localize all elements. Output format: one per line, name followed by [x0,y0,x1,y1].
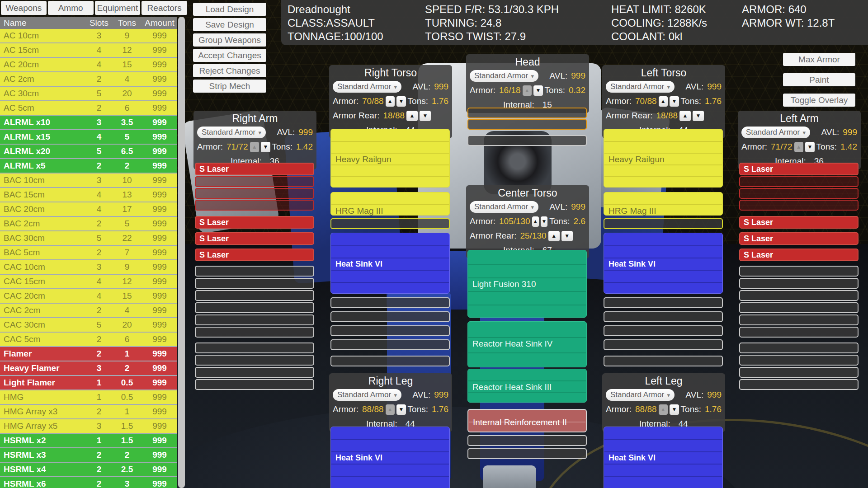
weapon-row-hsrml-x6[interactable]: HSRML x623999 [0,477,177,488]
armor-decrease-button[interactable]: ▼ [561,231,573,241]
armor-decrease-button[interactable]: ▼ [420,111,431,121]
strip-mech-button[interactable]: Strip Mech [193,80,266,93]
empty-slot[interactable] [330,356,450,366]
weapon-row-bac-15cm[interactable]: BAC 15cm413999 [0,188,177,202]
equipment-heat-sink-vi[interactable]: Heat Sink VI [604,427,723,488]
weapon-row-ac-20cm[interactable]: AC 20cm415999 [0,58,177,72]
empty-slot[interactable] [330,339,450,350]
empty-slot[interactable] [739,200,859,211]
weapon-row-cac-5cm[interactable]: CAC 5cm26999 [0,333,177,347]
equipment-s-laser[interactable]: S Laser [195,249,314,261]
weapon-row-hmg-array-x5[interactable]: HMG Array x531.5999 [0,419,177,434]
armor-type-dropdown[interactable]: Standard Armor▾ [470,70,538,82]
weapon-row-bac-30cm[interactable]: BAC 30cm522999 [0,231,177,246]
empty-slot[interactable] [330,218,450,229]
armor-increase-button[interactable]: ▲ [532,216,539,227]
armor-increase-button[interactable]: ▲ [548,231,560,241]
empty-slot[interactable] [739,314,859,325]
armor-increase-button[interactable]: ▲ [659,96,668,107]
weapon-row-bac-5cm[interactable]: BAC 5cm27999 [0,246,177,260]
weapon-row-alrml-x10[interactable]: ALRML x1033.5999 [0,116,177,130]
empty-slot[interactable] [739,327,859,338]
armor-decrease-button[interactable]: ▼ [693,111,704,121]
empty-slot[interactable] [330,297,450,308]
equipment-s-laser[interactable]: S Laser [739,232,859,245]
empty-slot[interactable] [467,448,587,459]
empty-slot[interactable] [195,278,314,289]
empty-slot[interactable] [195,188,314,199]
empty-slot[interactable] [739,290,859,301]
empty-slot[interactable] [604,339,723,350]
empty-slot[interactable] [604,325,723,336]
empty-slot[interactable] [739,355,859,366]
equipment-reactor-heat-sink-iii[interactable]: Reactor Heat Sink III [467,369,587,403]
weapon-row-hsrml-x2[interactable]: HSRML x211.5999 [0,434,177,448]
weapon-row-alrml-x5[interactable]: ALRML x522999 [0,159,177,174]
equipment-heat-sink-vi[interactable]: Heat Sink VI [330,427,450,488]
armor-increase-button[interactable]: ▲ [386,96,395,107]
weapon-row-cac-2cm[interactable]: CAC 2cm24999 [0,304,177,318]
weapon-row-alrml-x20[interactable]: ALRML x2056.5999 [0,145,177,159]
tab-ammo[interactable]: Ammo [48,1,94,15]
empty-slot[interactable] [739,188,859,199]
weapon-row-heavy-flamer[interactable]: Heavy Flamer32999 [0,361,177,376]
equipment-light-fusion-310[interactable]: Light Fusion 310 [467,250,587,318]
armor-decrease-button[interactable]: ▼ [670,96,679,107]
armor-decrease-button[interactable]: ▼ [261,142,270,152]
empty-slot[interactable] [604,356,723,366]
equipment-s-laser[interactable]: S Laser [195,216,314,229]
empty-slot[interactable] [195,314,314,325]
armor-decrease-button[interactable]: ▼ [533,85,543,96]
armor-increase-button[interactable]: ▲ [386,404,395,415]
accept-changes-button[interactable]: Accept Changes [193,49,266,62]
armor-increase-button[interactable]: ▲ [679,111,691,121]
empty-slot[interactable] [195,379,314,390]
weapon-row-cac-20cm[interactable]: CAC 20cm415999 [0,289,177,304]
empty-slot[interactable] [467,135,587,146]
armor-increase-button[interactable]: ▲ [406,111,418,121]
empty-slot[interactable] [195,327,314,338]
equipment-reactor-heat-sink-iv[interactable]: Reactor Heat Sink IV [467,321,587,367]
weapon-row-cac-15cm[interactable]: CAC 15cm412999 [0,275,177,289]
empty-slot[interactable] [195,367,314,378]
armor-decrease-button[interactable]: ▼ [670,404,679,415]
weapon-row-hmg-array-x3[interactable]: HMG Array x321999 [0,405,177,419]
armor-type-dropdown[interactable]: Standard Armor▾ [333,81,401,93]
armor-increase-button[interactable]: ▲ [794,142,804,152]
tab-equipment[interactable]: Equipment [95,1,141,15]
empty-slot[interactable] [195,290,314,301]
weapon-row-alrml-x15[interactable]: ALRML x1545999 [0,130,177,145]
equipment-heat-sink-vi[interactable]: Heat Sink VI [330,233,450,294]
paint-button[interactable]: Paint [783,73,855,86]
empty-slot[interactable] [195,355,314,366]
weapon-row-ac-15cm[interactable]: AC 15cm412999 [0,43,177,58]
empty-slot[interactable] [604,297,723,308]
armor-type-dropdown[interactable]: Standard Armor▾ [606,389,675,401]
weapon-row-ac-10cm[interactable]: AC 10cm39999 [0,29,177,43]
weapon-row-ac-30cm[interactable]: AC 30cm520999 [0,87,177,101]
equipment-s-laser[interactable]: S Laser [739,163,859,175]
empty-slot[interactable] [739,379,859,390]
empty-slot[interactable] [195,176,314,187]
weapon-row-ac-2cm[interactable]: AC 2cm24999 [0,72,177,87]
armor-increase-button[interactable]: ▲ [659,404,668,415]
equipment-s-laser[interactable]: S Laser [739,249,859,261]
armor-type-dropdown[interactable]: Standard Armor▾ [333,389,401,401]
armor-type-dropdown[interactable]: Standard Armor▾ [197,127,266,138]
weapon-row-cac-10cm[interactable]: CAC 10cm39999 [0,260,177,275]
equipment-s-laser[interactable]: S Laser [195,232,314,245]
tab-reactors[interactable]: Reactors [142,1,187,15]
empty-slot[interactable] [195,302,314,313]
weapon-row-light-flamer[interactable]: Light Flamer10.5999 [0,376,177,390]
empty-slot[interactable] [739,266,859,277]
group-weapons-button[interactable]: Group Weapons [193,33,266,47]
empty-slot[interactable] [330,311,450,322]
empty-slot[interactable] [604,311,723,322]
empty-slot[interactable] [739,367,859,378]
armor-increase-button[interactable]: ▲ [523,85,532,96]
armor-type-dropdown[interactable]: Standard Armor▾ [606,81,675,93]
empty-slot[interactable] [467,108,587,118]
empty-slot[interactable] [739,278,859,289]
weapon-row-ac-5cm[interactable]: AC 5cm26999 [0,101,177,116]
empty-slot[interactable] [330,325,450,336]
